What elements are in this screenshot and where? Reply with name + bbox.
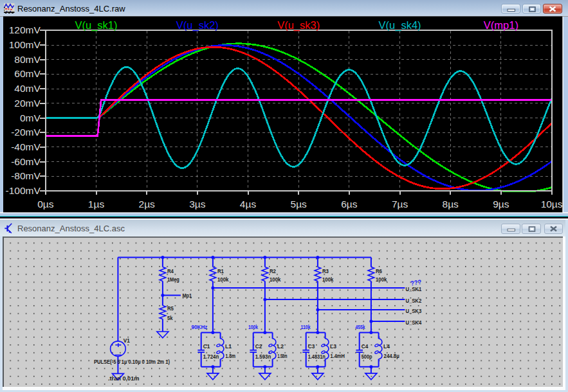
svg-text:120mV: 120mV xyxy=(9,24,41,35)
svg-text:V1: V1 xyxy=(124,336,130,343)
svg-text:5µs: 5µs xyxy=(291,199,307,209)
svg-text:100k: 100k xyxy=(270,276,281,283)
svg-text:L4: L4 xyxy=(383,342,390,349)
svg-text:R4: R4 xyxy=(167,267,174,274)
svg-text:90KHz: 90KHz xyxy=(191,323,207,330)
svg-text:80mV: 80mV xyxy=(14,54,41,65)
svg-text:110k: 110k xyxy=(300,323,311,330)
svg-text:0µs: 0µs xyxy=(37,199,54,209)
svg-text:-100mV: -100mV xyxy=(6,185,41,196)
svg-text:9µs: 9µs xyxy=(493,199,509,209)
svg-text:L3: L3 xyxy=(330,342,336,349)
svg-text:2µs: 2µs xyxy=(139,199,156,209)
svg-text:10µs: 10µs xyxy=(541,199,563,209)
svg-text:-60mV: -60mV xyxy=(11,156,41,167)
svg-text:1.58m: 1.58m xyxy=(278,352,288,359)
svg-text:7µs: 7µs xyxy=(392,199,408,209)
svg-text:L2: L2 xyxy=(277,342,284,349)
svg-text:20mV: 20mV xyxy=(14,98,41,109)
svg-text:0mV: 0mV xyxy=(20,112,41,123)
svg-text:4µs: 4µs xyxy=(240,199,257,209)
svg-text:1.4831n: 1.4831n xyxy=(308,352,325,359)
svg-text:1.724n: 1.724n xyxy=(203,352,219,359)
svg-text:1Meg: 1Meg xyxy=(167,276,179,283)
svg-text:V(u_sk1): V(u_sk1) xyxy=(75,19,117,31)
svg-text:U_SK1: U_SK1 xyxy=(405,286,421,292)
svg-text:100k: 100k xyxy=(322,276,334,283)
svg-text:PULSE(-5 5 1µ 0.10µ 0 10m 2m 1: PULSE(-5 5 1µ 0.10µ 0 10m 2m 1) xyxy=(94,357,170,364)
svg-text:3µs: 3µs xyxy=(189,199,206,209)
svg-text:-80mV: -80mV xyxy=(11,170,41,181)
svg-text:???: ??? xyxy=(410,278,422,287)
svg-text:V(u_sk3): V(u_sk3) xyxy=(277,19,320,31)
svg-text:R1: R1 xyxy=(217,267,224,274)
svg-text:100k: 100k xyxy=(248,323,259,330)
svg-text:C1: C1 xyxy=(203,342,210,349)
svg-text:C4: C4 xyxy=(362,342,369,349)
svg-text:R5: R5 xyxy=(167,305,174,312)
svg-text:5k: 5k xyxy=(167,314,173,321)
svg-text:V(mp1): V(mp1) xyxy=(484,19,518,31)
svg-text:U_SK3: U_SK3 xyxy=(405,307,421,314)
svg-text:40mV: 40mV xyxy=(14,83,41,94)
svg-text:L1: L1 xyxy=(225,342,232,349)
svg-text:U_SK2: U_SK2 xyxy=(405,298,421,304)
svg-text:100k: 100k xyxy=(217,276,229,283)
svg-text:U_SK4: U_SK4 xyxy=(405,319,422,326)
svg-text:1.8m: 1.8m xyxy=(226,352,236,359)
svg-text:455k: 455k xyxy=(355,323,365,330)
svg-text:R3: R3 xyxy=(322,267,329,274)
svg-text:-40mV: -40mV xyxy=(11,141,41,152)
svg-text:244.8µ: 244.8µ xyxy=(384,352,400,359)
svg-text:1.4mH: 1.4mH xyxy=(331,352,345,359)
svg-text:R2: R2 xyxy=(270,267,276,274)
svg-text:1µs: 1µs xyxy=(88,199,105,209)
svg-text:60mV: 60mV xyxy=(14,68,41,79)
svg-text:100mV: 100mV xyxy=(9,39,41,50)
svg-text:V(u_sk4): V(u_sk4) xyxy=(379,19,421,31)
svg-text:1.593n: 1.593n xyxy=(255,352,271,359)
svg-text:.tran 0,01m: .tran 0,01m xyxy=(108,374,140,381)
svg-text:C2: C2 xyxy=(255,342,262,349)
svg-text:V(u_sk2): V(u_sk2) xyxy=(176,19,219,31)
svg-text:8µs: 8µs xyxy=(443,199,459,209)
svg-text:-20mV: -20mV xyxy=(11,127,41,138)
svg-text:500p: 500p xyxy=(362,352,372,359)
svg-text:R6: R6 xyxy=(376,267,382,274)
svg-text:100k: 100k xyxy=(376,276,387,283)
svg-text:6µs: 6µs xyxy=(341,199,358,209)
svg-text:C3: C3 xyxy=(308,342,315,349)
svg-text:Mp1: Mp1 xyxy=(182,291,192,298)
